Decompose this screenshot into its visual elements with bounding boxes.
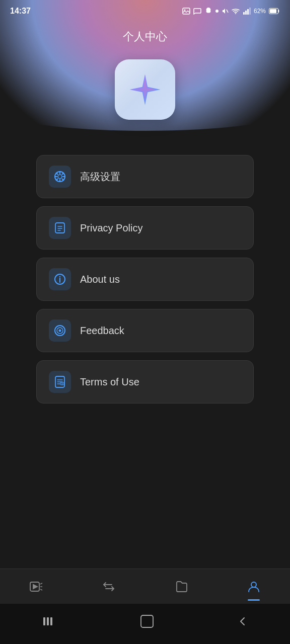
svg-rect-6 (247, 9, 249, 15)
svg-rect-45 (47, 617, 49, 625)
svg-point-1 (184, 10, 185, 11)
nav-item-profile[interactable] (218, 569, 290, 604)
svg-point-27 (57, 328, 58, 329)
svg-rect-7 (249, 8, 251, 15)
message-status-icon (193, 8, 201, 15)
status-bar: 14:37 (0, 0, 290, 20)
svg-rect-9 (270, 9, 276, 13)
svg-rect-0 (183, 8, 190, 14)
svg-rect-47 (141, 615, 153, 627)
status-time: 14:37 (10, 7, 31, 16)
transfer-icon (102, 580, 116, 594)
system-home-button[interactable] (140, 614, 154, 628)
svg-rect-46 (50, 617, 52, 625)
terms-of-use-icon (49, 371, 71, 393)
feedback-icon-bg (49, 319, 71, 342)
app-icon[interactable] (115, 59, 175, 120)
three-lines-icon (42, 616, 57, 627)
mute-icon (222, 8, 229, 15)
system-back-button[interactable] (237, 616, 248, 627)
menu-item-terms-of-use[interactable]: Terms of Use (36, 360, 254, 404)
signal-icon (243, 8, 251, 15)
back-chevron-icon (237, 616, 248, 627)
gallery-status-icon (182, 8, 190, 15)
status-icons: 62% (182, 7, 280, 15)
files-icon (174, 580, 188, 594)
star-sparkle-icon (127, 72, 163, 107)
nav-item-files[interactable] (145, 569, 218, 604)
system-menu-button[interactable] (42, 616, 57, 627)
svg-point-3 (235, 13, 236, 14)
home-circle-icon (140, 614, 154, 628)
menu-item-advanced-settings[interactable]: 高级设置 (36, 155, 254, 198)
page-title: 个人中心 (0, 24, 290, 44)
battery-icon (269, 8, 280, 14)
svg-line-17 (62, 179, 64, 181)
svg-line-16 (56, 173, 58, 175)
snap-status-icon (204, 7, 212, 15)
svg-point-29 (57, 332, 58, 333)
nav-item-media[interactable] (0, 569, 72, 604)
menu-item-feedback[interactable]: Feedback (36, 309, 254, 352)
svg-rect-44 (43, 617, 45, 625)
svg-line-40 (40, 583, 42, 584)
terms-of-use-label: Terms of Use (80, 376, 139, 388)
svg-point-26 (59, 330, 61, 332)
about-us-label: About us (80, 274, 120, 285)
menu-list: 高级设置 Privacy Policy About us (0, 155, 290, 404)
svg-point-11 (58, 175, 62, 179)
advanced-settings-icon (49, 166, 71, 188)
advanced-settings-label: 高级设置 (80, 170, 120, 184)
privacy-policy-icon (49, 217, 71, 239)
svg-line-18 (62, 173, 64, 175)
feedback-label: Feedback (80, 325, 124, 337)
privacy-policy-label: Privacy Policy (80, 222, 142, 234)
svg-point-43 (251, 582, 256, 587)
nav-item-transfer[interactable] (72, 569, 145, 604)
svg-rect-20 (55, 223, 64, 233)
svg-line-2 (227, 10, 228, 13)
svg-line-19 (56, 179, 58, 181)
menu-item-privacy-policy[interactable]: Privacy Policy (36, 206, 254, 250)
system-nav-bar (0, 604, 290, 644)
svg-point-30 (61, 332, 62, 333)
dot-status-icon (215, 10, 219, 13)
svg-marker-39 (33, 585, 37, 589)
svg-line-42 (40, 589, 42, 590)
svg-point-23 (59, 276, 60, 277)
media-icon (29, 580, 43, 594)
menu-item-about-us[interactable]: About us (36, 258, 254, 301)
bottom-nav (0, 569, 290, 604)
svg-rect-4 (243, 12, 245, 15)
about-us-icon (49, 268, 71, 290)
svg-point-28 (61, 328, 62, 329)
profile-icon (247, 580, 261, 594)
wifi-icon (232, 8, 240, 14)
battery-percent: 62% (254, 8, 266, 15)
svg-rect-5 (245, 11, 247, 15)
app-icon-wrapper (0, 59, 290, 120)
